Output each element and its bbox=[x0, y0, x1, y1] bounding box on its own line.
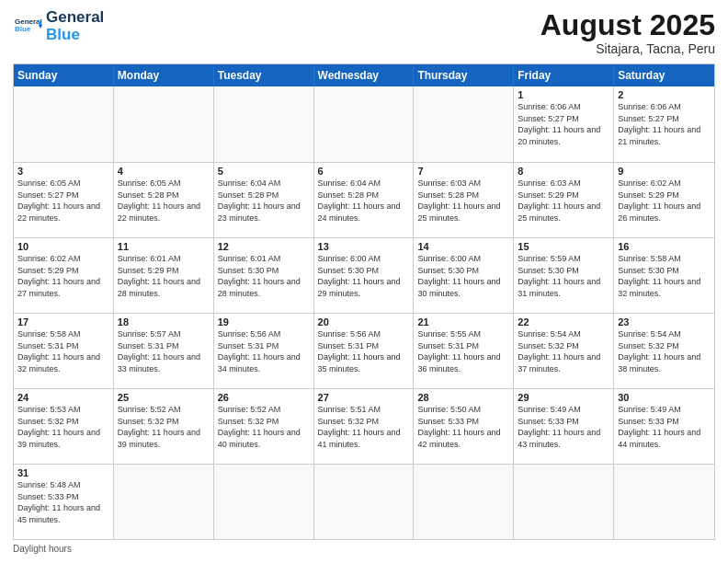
day-number: 3 bbox=[17, 166, 109, 177]
day-number: 25 bbox=[118, 392, 210, 403]
day-info: Sunrise: 5:52 AM Sunset: 5:32 PM Dayligh… bbox=[218, 404, 310, 450]
logo-blue: Blue bbox=[46, 27, 104, 44]
location: Sitajara, Tacna, Peru bbox=[540, 41, 715, 56]
calendar-cell: 19Sunrise: 5:56 AM Sunset: 5:31 PM Dayli… bbox=[214, 314, 314, 388]
day-number: 12 bbox=[218, 241, 310, 252]
calendar-row: 24Sunrise: 5:53 AM Sunset: 5:32 PM Dayli… bbox=[14, 388, 714, 464]
calendar-cell: 21Sunrise: 5:55 AM Sunset: 5:31 PM Dayli… bbox=[414, 314, 514, 388]
day-number: 8 bbox=[518, 166, 609, 177]
day-info: Sunrise: 5:55 AM Sunset: 5:31 PM Dayligh… bbox=[417, 328, 509, 374]
calendar-cell: 6Sunrise: 6:04 AM Sunset: 5:28 PM Daylig… bbox=[314, 163, 415, 237]
calendar-cell: 27Sunrise: 5:51 AM Sunset: 5:32 PM Dayli… bbox=[314, 389, 415, 464]
day-number: 13 bbox=[318, 241, 410, 252]
day-number: 20 bbox=[318, 316, 410, 327]
calendar-cell: 9Sunrise: 6:02 AM Sunset: 5:29 PM Daylig… bbox=[614, 163, 714, 237]
weekday-header: Friday bbox=[514, 64, 614, 86]
day-number: 5 bbox=[218, 166, 310, 177]
calendar-cell: 26Sunrise: 5:52 AM Sunset: 5:32 PM Dayli… bbox=[214, 389, 314, 464]
weekday-header: Saturday bbox=[614, 64, 714, 86]
day-info: Sunrise: 5:59 AM Sunset: 5:30 PM Dayligh… bbox=[518, 253, 609, 299]
day-info: Sunrise: 5:56 AM Sunset: 5:31 PM Dayligh… bbox=[218, 328, 310, 374]
calendar-cell: 31Sunrise: 5:48 AM Sunset: 5:33 PM Dayli… bbox=[14, 465, 114, 539]
day-info: Sunrise: 6:02 AM Sunset: 5:29 PM Dayligh… bbox=[618, 178, 711, 224]
day-info: Sunrise: 5:49 AM Sunset: 5:33 PM Dayligh… bbox=[618, 404, 711, 450]
calendar-cell: 7Sunrise: 6:03 AM Sunset: 5:28 PM Daylig… bbox=[414, 163, 514, 237]
day-info: Sunrise: 5:57 AM Sunset: 5:31 PM Dayligh… bbox=[118, 328, 210, 374]
day-number: 31 bbox=[17, 467, 109, 478]
calendar-cell bbox=[614, 465, 714, 539]
day-number: 10 bbox=[17, 241, 109, 252]
day-number: 6 bbox=[318, 166, 410, 177]
calendar-cell: 15Sunrise: 5:59 AM Sunset: 5:30 PM Dayli… bbox=[514, 238, 614, 313]
day-number: 17 bbox=[17, 316, 109, 327]
calendar-cell: 14Sunrise: 6:00 AM Sunset: 5:30 PM Dayli… bbox=[414, 238, 514, 313]
calendar-cell: 3Sunrise: 6:05 AM Sunset: 5:27 PM Daylig… bbox=[14, 163, 114, 237]
calendar-cell bbox=[414, 465, 514, 539]
calendar-cell bbox=[314, 86, 415, 162]
calendar-cell: 1Sunrise: 6:06 AM Sunset: 5:27 PM Daylig… bbox=[514, 86, 614, 162]
day-info: Sunrise: 5:54 AM Sunset: 5:32 PM Dayligh… bbox=[518, 328, 609, 374]
calendar-cell bbox=[214, 465, 314, 539]
calendar-cell: 10Sunrise: 6:02 AM Sunset: 5:29 PM Dayli… bbox=[14, 238, 114, 313]
day-info: Sunrise: 6:05 AM Sunset: 5:27 PM Dayligh… bbox=[17, 178, 109, 224]
svg-marker-3 bbox=[39, 25, 42, 29]
calendar-cell: 29Sunrise: 5:49 AM Sunset: 5:33 PM Dayli… bbox=[514, 389, 614, 464]
weekday-header: Sunday bbox=[14, 64, 114, 86]
day-number: 7 bbox=[417, 166, 509, 177]
day-info: Sunrise: 5:52 AM Sunset: 5:32 PM Dayligh… bbox=[118, 404, 210, 450]
footer-note: Daylight hours bbox=[13, 544, 715, 554]
day-number: 11 bbox=[118, 241, 210, 252]
day-info: Sunrise: 5:51 AM Sunset: 5:32 PM Dayligh… bbox=[318, 404, 410, 450]
calendar-header: SundayMondayTuesdayWednesdayThursdayFrid… bbox=[14, 64, 714, 86]
calendar-cell: 23Sunrise: 5:54 AM Sunset: 5:32 PM Dayli… bbox=[614, 314, 714, 388]
day-number: 27 bbox=[318, 392, 410, 403]
day-number: 14 bbox=[417, 241, 509, 252]
month-title: August 2025 bbox=[540, 9, 715, 41]
day-number: 9 bbox=[618, 166, 711, 177]
day-number: 16 bbox=[618, 241, 711, 252]
calendar-cell bbox=[314, 465, 415, 539]
day-number: 1 bbox=[518, 89, 609, 100]
calendar-cell: 5Sunrise: 6:04 AM Sunset: 5:28 PM Daylig… bbox=[214, 163, 314, 237]
weekday-header: Tuesday bbox=[214, 64, 314, 86]
calendar-cell bbox=[214, 86, 314, 162]
day-number: 24 bbox=[17, 392, 109, 403]
day-info: Sunrise: 5:49 AM Sunset: 5:33 PM Dayligh… bbox=[518, 404, 609, 450]
title-section: August 2025 Sitajara, Tacna, Peru bbox=[540, 9, 715, 56]
calendar-cell: 12Sunrise: 6:01 AM Sunset: 5:30 PM Dayli… bbox=[214, 238, 314, 313]
weekday-header: Monday bbox=[114, 64, 214, 86]
weekday-header: Wednesday bbox=[314, 64, 415, 86]
day-number: 2 bbox=[618, 89, 711, 100]
day-number: 26 bbox=[218, 392, 310, 403]
calendar-cell: 13Sunrise: 6:00 AM Sunset: 5:30 PM Dayli… bbox=[314, 238, 415, 313]
calendar-cell: 17Sunrise: 5:58 AM Sunset: 5:31 PM Dayli… bbox=[14, 314, 114, 388]
calendar-cell: 30Sunrise: 5:49 AM Sunset: 5:33 PM Dayli… bbox=[614, 389, 714, 464]
day-info: Sunrise: 5:58 AM Sunset: 5:31 PM Dayligh… bbox=[17, 328, 109, 374]
day-info: Sunrise: 6:01 AM Sunset: 5:30 PM Dayligh… bbox=[218, 253, 310, 299]
day-number: 21 bbox=[417, 316, 509, 327]
day-info: Sunrise: 5:58 AM Sunset: 5:30 PM Dayligh… bbox=[618, 253, 711, 299]
day-number: 28 bbox=[417, 392, 509, 403]
calendar-cell: 4Sunrise: 6:05 AM Sunset: 5:28 PM Daylig… bbox=[114, 163, 214, 237]
calendar-row: 31Sunrise: 5:48 AM Sunset: 5:33 PM Dayli… bbox=[14, 464, 714, 539]
calendar-cell: 16Sunrise: 5:58 AM Sunset: 5:30 PM Dayli… bbox=[614, 238, 714, 313]
calendar-cell: 28Sunrise: 5:50 AM Sunset: 5:33 PM Dayli… bbox=[414, 389, 514, 464]
calendar-cell: 24Sunrise: 5:53 AM Sunset: 5:32 PM Dayli… bbox=[14, 389, 114, 464]
calendar-row: 1Sunrise: 6:06 AM Sunset: 5:27 PM Daylig… bbox=[14, 86, 714, 162]
day-info: Sunrise: 6:03 AM Sunset: 5:28 PM Dayligh… bbox=[417, 178, 509, 224]
calendar-cell: 22Sunrise: 5:54 AM Sunset: 5:32 PM Dayli… bbox=[514, 314, 614, 388]
day-number: 15 bbox=[518, 241, 609, 252]
day-info: Sunrise: 6:02 AM Sunset: 5:29 PM Dayligh… bbox=[17, 253, 109, 299]
day-info: Sunrise: 5:56 AM Sunset: 5:31 PM Dayligh… bbox=[318, 328, 410, 374]
calendar-cell: 25Sunrise: 5:52 AM Sunset: 5:32 PM Dayli… bbox=[114, 389, 214, 464]
calendar-cell bbox=[414, 86, 514, 162]
logo: General Blue General Blue bbox=[13, 9, 104, 43]
calendar-row: 17Sunrise: 5:58 AM Sunset: 5:31 PM Dayli… bbox=[14, 313, 714, 388]
header: General Blue General Blue August 2025 Si… bbox=[13, 9, 715, 56]
day-number: 4 bbox=[118, 166, 210, 177]
calendar-cell bbox=[14, 86, 114, 162]
calendar: SundayMondayTuesdayWednesdayThursdayFrid… bbox=[13, 63, 715, 540]
day-info: Sunrise: 6:04 AM Sunset: 5:28 PM Dayligh… bbox=[318, 178, 410, 224]
calendar-row: 3Sunrise: 6:05 AM Sunset: 5:27 PM Daylig… bbox=[14, 162, 714, 237]
calendar-cell: 20Sunrise: 5:56 AM Sunset: 5:31 PM Dayli… bbox=[314, 314, 415, 388]
